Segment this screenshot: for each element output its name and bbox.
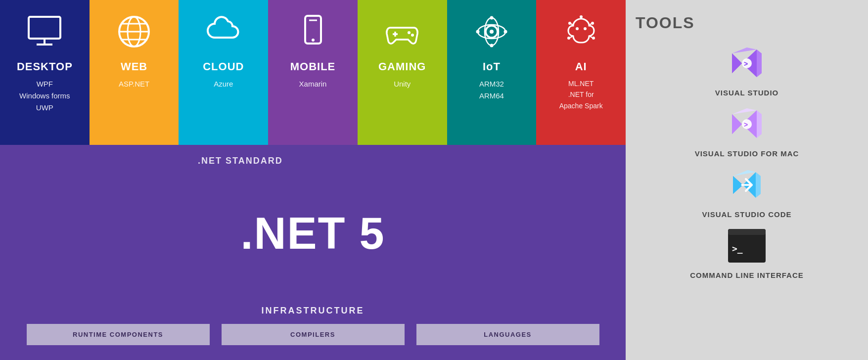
tile-ai-title: AI: [575, 60, 587, 73]
tools-title: TOOLS: [636, 14, 695, 32]
cloud-icon: [206, 14, 241, 54]
visual-studio-mac-icon: >: [725, 102, 769, 146]
svg-point-34: [592, 37, 595, 40]
tiles-row: DESKTOP WPF Windows forms UWP WEB ASP.NE…: [0, 0, 626, 145]
tile-mobile: MOBILE Xamarin: [268, 0, 358, 145]
svg-text:>: >: [744, 121, 748, 129]
tool-item-vs: > VISUAL STUDIO: [636, 41, 858, 97]
globe-icon: [116, 14, 152, 54]
cli-icon: >_: [725, 224, 769, 268]
svg-point-30: [580, 15, 583, 18]
svg-marker-43: [757, 110, 762, 138]
main-area: DESKTOP WPF Windows forms UWP WEB ASP.NE…: [0, 0, 626, 360]
svg-point-16: [490, 30, 494, 34]
languages-button[interactable]: LANGUAGES: [416, 324, 599, 345]
tile-iot-sub: ARM32 ARM64: [479, 78, 504, 102]
tile-gaming-title: GAMING: [378, 60, 426, 73]
vscode-icon: [725, 163, 769, 207]
tile-desktop-title: DESKTOP: [17, 60, 73, 73]
tile-mobile-title: MOBILE: [290, 60, 336, 73]
vs-mac-label: VISUAL STUDIO FOR MAC: [695, 149, 799, 158]
tile-cloud: CLOUD Azure: [179, 0, 268, 145]
tile-desktop: DESKTOP WPF Windows forms UWP: [0, 0, 90, 145]
tool-item-cli: >_ COMMAND LINE INTERFACE: [636, 224, 858, 279]
compilers-button[interactable]: COMPILERS: [222, 324, 405, 345]
tool-item-vs-mac: > VISUAL STUDIO FOR MAC: [636, 102, 858, 158]
tile-web: WEB ASP.NET: [90, 0, 179, 145]
svg-point-33: [567, 37, 570, 40]
infrastructure-section: INFRASTRUCTURE RUNTIME COMPONENTS COMPIL…: [20, 306, 606, 345]
tile-web-sub: ASP.NET: [119, 78, 149, 90]
bottom-section: .NET STANDARD .NET 5 INFRASTRUCTURE RUNT…: [0, 145, 626, 360]
svg-point-31: [568, 22, 571, 25]
vscode-label: VISUAL STUDIO CODE: [702, 210, 791, 219]
svg-text:>_: >_: [732, 243, 743, 254]
desktop-icon: [27, 14, 62, 54]
tile-desktop-sub: WPF Windows forms UWP: [19, 78, 70, 114]
tools-sidebar: TOOLS > VISUAL STUDIO >: [626, 0, 868, 360]
svg-rect-53: [728, 229, 766, 235]
svg-rect-0: [29, 17, 60, 39]
svg-marker-38: [732, 47, 757, 53]
vs-label: VISUAL STUDIO: [715, 89, 779, 97]
svg-marker-37: [757, 49, 762, 77]
tile-iot-title: IoT: [483, 60, 501, 73]
infrastructure-label: INFRASTRUCTURE: [262, 306, 365, 316]
net5-label: .NET 5: [240, 208, 385, 259]
tile-ai: AI ML.NET .NET for Apache Spark: [536, 0, 626, 145]
cli-label: COMMAND LINE INTERFACE: [690, 271, 804, 279]
svg-point-9: [312, 39, 315, 42]
svg-text:>: >: [744, 60, 748, 68]
tile-cloud-sub: Azure: [214, 78, 233, 90]
visual-studio-icon: >: [725, 41, 769, 86]
svg-point-19: [503, 30, 507, 34]
svg-point-14: [411, 34, 414, 37]
tile-mobile-sub: Xamarin: [299, 78, 327, 90]
gamepad-icon: [384, 14, 420, 54]
svg-point-21: [490, 16, 493, 20]
tile-iot: IoT ARM32 ARM64: [447, 0, 537, 145]
svg-marker-44: [732, 108, 757, 114]
svg-point-20: [476, 30, 479, 34]
tile-ai-sub: ML.NET .NET for Apache Spark: [559, 78, 603, 111]
svg-marker-50: [733, 170, 756, 176]
tool-item-vscode: VISUAL STUDIO CODE: [636, 163, 858, 219]
runtime-components-button[interactable]: RUNTIME COMPONENTS: [27, 324, 210, 345]
net-standard-label: .NET STANDARD: [198, 156, 283, 166]
svg-point-22: [490, 44, 493, 47]
svg-point-23: [576, 27, 579, 30]
iot-icon: [474, 14, 509, 54]
svg-point-32: [591, 22, 594, 25]
svg-point-24: [584, 27, 587, 30]
mobile-icon: [295, 14, 331, 54]
tile-cloud-title: CLOUD: [203, 60, 244, 73]
svg-marker-49: [756, 172, 761, 198]
infra-buttons: RUNTIME COMPONENTS COMPILERS LANGUAGES: [20, 324, 606, 345]
tile-gaming-sub: Unity: [394, 78, 411, 90]
ai-icon: [563, 14, 599, 54]
svg-point-13: [408, 31, 411, 34]
tile-web-title: WEB: [121, 60, 147, 73]
tile-gaming: GAMING Unity: [358, 0, 447, 145]
